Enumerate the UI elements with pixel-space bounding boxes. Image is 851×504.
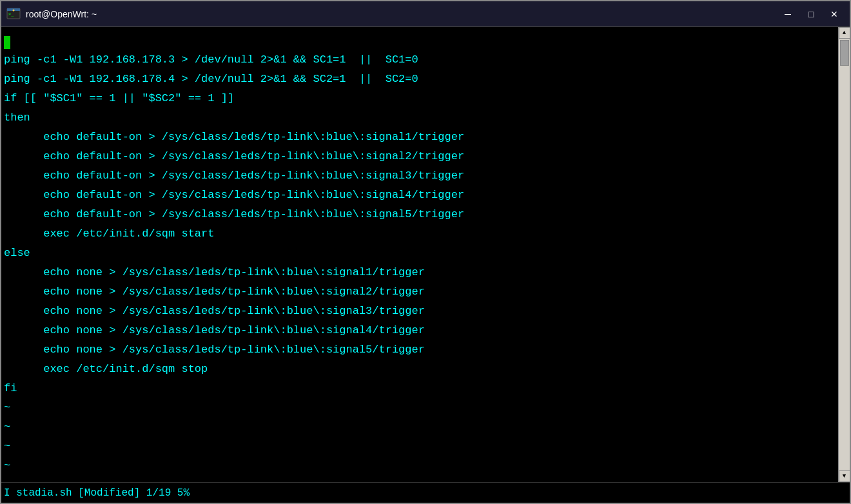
terminal-line: echo default-on > /sys/class/leds/tp-lin… — [4, 186, 836, 205]
maximize-button[interactable]: □ — [801, 5, 821, 23]
terminal-line: ping -c1 -W1 192.168.178.3 > /dev/null 2… — [4, 50, 836, 70]
status-bar: I stadia.sh [Modified] 1/19 5% — [1, 482, 850, 503]
terminal-line: if [[ "$SC1" == 1 || "$SC2" == 1 ]] — [4, 89, 836, 108]
terminal-line: then — [4, 108, 836, 128]
terminal-line: echo none > /sys/class/leds/tp-link\:blu… — [4, 263, 836, 282]
title-bar-buttons: ─ □ ✕ — [778, 5, 845, 23]
terminal-line: ~ — [4, 456, 836, 476]
terminal-line: fi — [4, 379, 836, 398]
terminal-line: ~ — [4, 398, 836, 418]
terminal-container: ping -c1 -W1 192.168.178.3 > /dev/null 2… — [1, 27, 850, 482]
terminal-line: echo default-on > /sys/class/leds/tp-lin… — [4, 128, 836, 147]
terminal-line: else — [4, 244, 836, 263]
terminal-line: echo default-on > /sys/class/leds/tp-lin… — [4, 205, 836, 224]
svg-point-3 — [13, 9, 15, 11]
terminal-line: echo default-on > /sys/class/leds/tp-lin… — [4, 166, 836, 186]
terminal-line: echo none > /sys/class/leds/tp-link\:blu… — [4, 321, 836, 340]
cursor-line — [4, 31, 836, 50]
cursor-block — [4, 36, 10, 49]
terminal-window: >_ root@OpenWrt: ~ ─ □ ✕ ping -c1 -W1 19… — [0, 0, 851, 504]
terminal-line: ~ — [4, 418, 836, 437]
title-bar: >_ root@OpenWrt: ~ ─ □ ✕ — [1, 1, 850, 27]
terminal-line: exec /etc/init.d/sqm stop — [4, 360, 836, 379]
terminal-line: ping -c1 -W1 192.168.178.4 > /dev/null 2… — [4, 70, 836, 89]
scrollbar-track: ▲ ▼ — [838, 27, 850, 482]
title-text: root@OpenWrt: ~ — [26, 9, 97, 19]
terminal-line: echo none > /sys/class/leds/tp-link\:blu… — [4, 340, 836, 360]
terminal-line: echo none > /sys/class/leds/tp-link\:blu… — [4, 282, 836, 302]
close-button[interactable]: ✕ — [824, 5, 845, 23]
status-text: I stadia.sh [Modified] 1/19 5% — [4, 487, 190, 499]
scrollbar-up-button[interactable]: ▲ — [839, 27, 850, 39]
terminal-line: ~ — [4, 437, 836, 456]
scrollbar-thumb-area[interactable] — [839, 39, 850, 470]
terminal-icon: >_ — [6, 7, 21, 21]
terminal-lines: ping -c1 -W1 192.168.178.3 > /dev/null 2… — [4, 50, 836, 476]
terminal-line: exec /etc/init.d/sqm start — [4, 224, 836, 244]
svg-text:>_: >_ — [8, 12, 14, 17]
title-bar-left: >_ root@OpenWrt: ~ — [6, 7, 97, 21]
minimize-button[interactable]: ─ — [778, 5, 798, 23]
terminal-line: echo default-on > /sys/class/leds/tp-lin… — [4, 147, 836, 166]
terminal-line: echo none > /sys/class/leds/tp-link\:blu… — [4, 302, 836, 321]
scrollbar-thumb[interactable] — [840, 40, 849, 66]
scrollbar-down-button[interactable]: ▼ — [839, 470, 850, 482]
terminal-content[interactable]: ping -c1 -W1 192.168.178.3 > /dev/null 2… — [1, 27, 838, 482]
